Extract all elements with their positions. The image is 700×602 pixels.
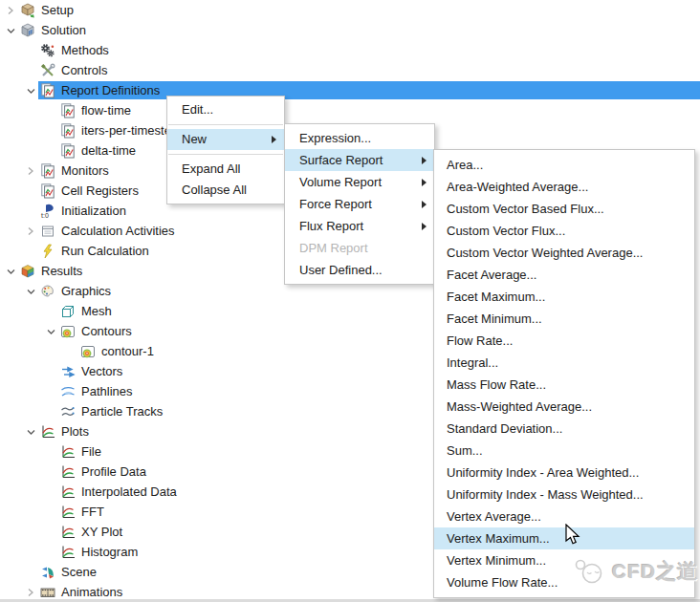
tree-item-solution[interactable]: Solution	[0, 20, 700, 40]
tree-item-hit-area[interactable]: Setup	[18, 1, 700, 19]
chevron-spacer	[43, 384, 58, 399]
menu-item-label: Mass Flow Rate...	[447, 377, 546, 392]
menu-item-edit[interactable]: Edit...	[167, 99, 284, 120]
menu-item-area-weighted-average[interactable]: Area-Weighted Average...	[434, 176, 694, 198]
lightning-icon	[40, 244, 55, 259]
menu-item-uniformity-index-mass-weighted[interactable]: Uniformity Index - Mass Weighted...	[434, 484, 694, 505]
menu-item-label: Edit...	[182, 102, 213, 117]
tree-item-label: Report Definitions	[61, 83, 160, 97]
chevron-spacer	[43, 103, 58, 118]
chevron-spacer	[43, 505, 58, 520]
menu-item-custom-vector-flux[interactable]: Custom Vector Flux...	[434, 220, 694, 242]
menu-item-label: Volume Report	[299, 175, 382, 189]
menu-item-facet-minimum[interactable]: Facet Minimum...	[434, 308, 694, 330]
menu-item-label: Standard Deviation...	[447, 421, 562, 436]
menu-item-label: Facet Maximum...	[447, 290, 545, 304]
chevron-expanded-icon[interactable]	[3, 264, 18, 279]
chevron-spacer	[63, 344, 78, 359]
chevron-collapsed-icon[interactable]	[23, 585, 38, 600]
chevron-spacer	[43, 364, 58, 379]
tree-item-hit-area[interactable]: flow-time	[58, 101, 700, 119]
tree-item-methods[interactable]: Methods	[0, 40, 700, 60]
menu-item-collapse-all[interactable]: Collapse All	[167, 180, 284, 201]
chevron-expanded-icon[interactable]	[23, 284, 38, 299]
particle-tracks-icon	[60, 404, 76, 419]
menu-item-user-defined[interactable]: User Defined...	[285, 259, 434, 281]
chevron-expanded-icon[interactable]	[43, 324, 58, 339]
menu-separator	[168, 124, 283, 125]
tree-item-label: Interpolated Data	[81, 484, 177, 499]
chevron-spacer	[43, 545, 58, 560]
menu-item-surface-report[interactable]: Surface Report	[285, 149, 434, 171]
submenu-arrow-icon	[272, 136, 276, 143]
tree-item-controls[interactable]: Controls	[0, 60, 700, 80]
chevron-expanded-icon[interactable]	[23, 424, 38, 440]
menu-item-label: Flux Report	[299, 219, 363, 233]
tree-item-setup[interactable]: Setup	[0, 0, 700, 20]
menu-item-label: Custom Vector Weighted Average...	[447, 246, 643, 260]
chevron-collapsed-icon[interactable]	[23, 163, 38, 179]
tree-item-label: Animations	[61, 585, 122, 599]
tree-item-label: Scene	[61, 565, 97, 579]
watermark-text: CFD之道	[612, 558, 698, 585]
menu-item-vertex-maximum[interactable]: Vertex Maximum...	[434, 527, 694, 549]
menu-item-force-report[interactable]: Force Report	[285, 193, 434, 215]
menu-item-flux-report[interactable]: Flux Report	[285, 215, 434, 237]
window-icon	[40, 224, 55, 239]
solution-icon	[20, 23, 35, 38]
tree-item-flow-time[interactable]: flow-time	[0, 100, 700, 120]
chevron-expanded-icon[interactable]	[23, 83, 38, 98]
tree-item-label: Setup	[41, 3, 74, 17]
chevron-collapsed-icon[interactable]	[23, 224, 38, 239]
menu-item-uniformity-index-area-weighted[interactable]: Uniformity Index - Area Weighted...	[434, 462, 694, 484]
menu-item-label: Expression...	[299, 131, 371, 145]
tree-item-label: Methods	[61, 43, 109, 57]
menu-item-flow-rate[interactable]: Flow Rate...	[434, 330, 694, 352]
tree-item-report-definitions[interactable]: Report Definitions	[0, 80, 700, 100]
menu-item-standard-deviation[interactable]: Standard Deviation...	[434, 418, 694, 440]
menu-item-new[interactable]: New	[167, 129, 284, 150]
tree-item-hit-area[interactable]: Solution	[18, 21, 700, 39]
tree-item-label: Plots	[61, 424, 89, 439]
report-icon	[60, 103, 76, 118]
report-icon	[40, 163, 55, 179]
menu-item-facet-maximum[interactable]: Facet Maximum...	[434, 286, 694, 308]
setup-icon	[20, 3, 35, 18]
menu-item-expression[interactable]: Expression...	[285, 127, 434, 149]
menu-item-expand-all[interactable]: Expand All	[167, 159, 284, 180]
tree-item-label: Run Calculation	[61, 244, 149, 258]
contour-icon	[60, 324, 76, 339]
menu-item-label: Custom Vector Based Flux...	[447, 202, 604, 216]
chevron-expanded-icon[interactable]	[3, 23, 18, 38]
tree-item-label: iters-per-timestep	[81, 123, 178, 138]
tree-item-hit-area[interactable]: Report Definitions	[38, 81, 700, 99]
menu-item-label: Custom Vector Flux...	[447, 224, 565, 238]
menu-item-volume-report[interactable]: Volume Report	[285, 171, 434, 193]
tree-item-label: XY Plot	[81, 525, 122, 539]
menu-item-mass-weighted-average[interactable]: Mass-Weighted Average...	[434, 396, 694, 418]
tree-item-hit-area[interactable]: Controls	[38, 61, 700, 79]
tree-item-label: Monitors	[61, 163, 109, 178]
menu-item-facet-average[interactable]: Facet Average...	[434, 264, 694, 286]
menu-item-label: Uniformity Index - Mass Weighted...	[447, 487, 644, 502]
menu-item-mass-flow-rate[interactable]: Mass Flow Rate...	[434, 374, 694, 396]
chevron-spacer	[43, 444, 58, 460]
menu-item-custom-vector-weighted-average[interactable]: Custom Vector Weighted Average...	[434, 242, 694, 264]
plot-icon	[60, 464, 76, 480]
tree-item-label: Histogram	[81, 545, 138, 559]
vectors-icon	[60, 364, 76, 379]
menu-item-vertex-average[interactable]: Vertex Average...	[434, 505, 694, 527]
menu-item-sum[interactable]: Sum...	[434, 440, 694, 462]
submenu-arrow-icon	[422, 201, 427, 208]
chevron-collapsed-icon[interactable]	[3, 3, 18, 18]
menu-item-area[interactable]: Area...	[434, 154, 694, 176]
menu-item-custom-vector-based-flux[interactable]: Custom Vector Based Flux...	[434, 198, 694, 220]
initialization-icon: t:0	[40, 204, 55, 219]
new-submenu: Expression...Surface ReportVolume Report…	[284, 123, 435, 285]
chevron-spacer	[43, 123, 58, 139]
chevron-spacer	[23, 43, 38, 58]
chevron-spacer	[43, 404, 58, 419]
plot-icon	[60, 505, 76, 520]
menu-item-integral[interactable]: Integral...	[434, 352, 694, 374]
tree-item-hit-area[interactable]: Methods	[38, 41, 700, 59]
